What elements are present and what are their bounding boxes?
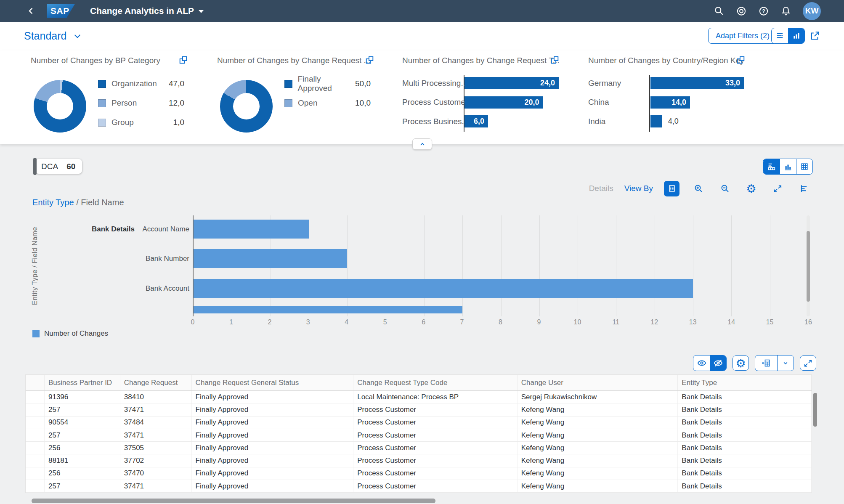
kpi-charts-toggle[interactable] [788, 28, 804, 43]
kpi-bar-row[interactable]: China14,0 [588, 96, 765, 109]
chart-bar[interactable] [194, 279, 693, 298]
table-fullscreen-button[interactable] [800, 355, 816, 371]
kpi-bar[interactable]: 20,0 [464, 96, 543, 109]
table-scrollbar-thumb[interactable] [813, 393, 817, 427]
table-row[interactable]: 25737471Finally ApprovedProcess Customer… [26, 480, 812, 493]
view-by-button[interactable]: View By [624, 184, 653, 193]
kpi-bar-row[interactable]: Process Customer20,0 [402, 96, 579, 109]
column-header[interactable] [26, 375, 45, 390]
kpi-card-cr-status[interactable]: Number of Changes by Change Request ... … [217, 50, 398, 144]
zoom-in-button[interactable] [690, 181, 706, 196]
legend-value: 47,0 [169, 79, 184, 88]
row-select-cell[interactable] [26, 416, 45, 429]
column-header[interactable]: Business Partner ID [45, 375, 120, 390]
kpi-card-cr-type[interactable]: Number of Changes by Change Request T...… [402, 50, 579, 144]
legend-icon [667, 184, 677, 193]
chart-scrollbar-thumb[interactable] [807, 231, 810, 302]
donut-chart-cr-status[interactable] [220, 80, 273, 133]
column-header[interactable]: Change Request Type Code [353, 375, 518, 390]
kpi-bar-row[interactable]: Process Busines...6,0 [402, 115, 579, 127]
variant-selector[interactable]: Standard [24, 30, 82, 42]
table-settings-button[interactable]: ⚙ [733, 355, 749, 371]
export-spreadsheet-button[interactable] [755, 355, 777, 371]
chevron-down-icon [73, 32, 82, 41]
column-header[interactable]: Change User [518, 375, 678, 390]
column-header[interactable]: Change Request General Status [192, 375, 354, 390]
table-row[interactable]: 25637505Finally ApprovedProcess Customer… [26, 442, 812, 454]
notifications-button[interactable] [780, 5, 791, 16]
chart-bar[interactable] [194, 249, 347, 268]
kpi-card-bp-category[interactable]: Number of Changes by BP Category Organiz… [31, 50, 212, 144]
dca-filter-chip[interactable]: DCA 60 [35, 159, 82, 174]
horizontal-scrollbar-thumb[interactable] [32, 499, 435, 503]
kpi-bar[interactable] [650, 115, 662, 127]
table-row[interactable]: 8818137702Finally ApprovedProcess Custom… [26, 454, 812, 467]
row-select-cell[interactable] [26, 391, 45, 403]
table-row[interactable]: 9055437484Finally ApprovedProcess Custom… [26, 416, 812, 429]
kpi-bar-value: 24,0 [540, 79, 559, 88]
row-select-cell[interactable] [26, 403, 45, 416]
share-button[interactable] [809, 30, 820, 41]
user-avatar[interactable]: KW [803, 2, 821, 20]
table-row[interactable]: 25737471Finally ApprovedProcess Customer… [26, 403, 812, 416]
row-select-cell[interactable] [26, 442, 45, 454]
table-cell: Bank Details [678, 416, 812, 429]
search-button[interactable] [714, 5, 725, 16]
kpi-bar[interactable]: 6,0 [464, 115, 488, 127]
view-chart-button[interactable] [780, 159, 796, 174]
table-row[interactable]: 25737471Finally ApprovedProcess Customer… [26, 429, 812, 442]
kpi-legend-item[interactable]: Finally Approved50,0 [284, 77, 371, 90]
gridline [616, 215, 616, 316]
table-cell: Process Customer [353, 480, 518, 492]
table-cell: 257 [45, 429, 120, 441]
copilot-button[interactable] [736, 5, 747, 16]
kpi-bar-row[interactable]: India4,0 [588, 115, 765, 127]
breadcrumb-entity-type-link[interactable]: Entity Type [32, 198, 74, 207]
kpi-bar[interactable]: 24,0 [464, 77, 559, 89]
column-header[interactable]: Entity Type [678, 375, 812, 390]
main-bar-chart[interactable] [193, 215, 808, 316]
row-select-cell[interactable] [26, 429, 45, 441]
export-menu-button[interactable] [777, 355, 794, 371]
row-select-cell[interactable] [26, 467, 45, 480]
app-title-menu[interactable]: Change Analytics in ALP [90, 6, 204, 16]
column-header[interactable]: Change Request [120, 375, 192, 390]
hide-details-button[interactable] [710, 355, 726, 371]
popout-icon[interactable] [364, 55, 375, 65]
kpi-legend-item[interactable]: Organization47,0 [98, 77, 184, 90]
gridline [386, 215, 386, 316]
view-table-button[interactable] [796, 159, 812, 174]
chart-bar-partial[interactable] [194, 306, 462, 313]
kpi-bar-row[interactable]: Germany33,0 [588, 77, 765, 89]
kpi-bar-row[interactable]: Multi Processing...24,0 [402, 77, 579, 89]
chart-settings-button[interactable]: ⚙ [743, 181, 759, 196]
kpi-card-country[interactable]: Number of Changes by Country/Region Key … [588, 50, 765, 144]
row-select-cell[interactable] [26, 454, 45, 467]
chart-fullscreen-button[interactable] [770, 181, 786, 196]
chart-type-button[interactable] [796, 181, 812, 196]
kpi-legend-item[interactable]: Person12,0 [98, 97, 184, 109]
kpi-legend-item[interactable]: Open10,0 [284, 97, 371, 109]
adapt-filters-button[interactable]: Adapt Filters (2) [708, 28, 777, 44]
kpi-legend-item[interactable]: Group1,0 [98, 116, 184, 129]
kpi-bar[interactable]: 14,0 [650, 96, 690, 109]
legend-toggle-button[interactable] [664, 181, 679, 196]
filterbar-fields-toggle[interactable] [772, 28, 788, 43]
show-details-button[interactable] [693, 355, 710, 371]
donut-chart-bp-category[interactable] [34, 80, 86, 133]
chart-bar[interactable] [194, 220, 309, 239]
table-row[interactable]: 9139638410Finally ApprovedLocal Maintena… [26, 391, 812, 403]
back-button[interactable] [26, 6, 36, 16]
legend-color-swatch [284, 99, 292, 107]
zoom-out-button[interactable] [717, 181, 733, 196]
kpi-card-row: Number of Changes by BP Category Organiz… [0, 50, 844, 144]
help-button[interactable]: ? [758, 5, 769, 16]
view-hybrid-button[interactable] [763, 159, 780, 174]
collapse-header-button[interactable] [412, 138, 432, 150]
row-select-cell[interactable] [26, 480, 45, 492]
kpi-bar[interactable]: 33,0 [650, 77, 744, 89]
kpi-title: Number of Changes by BP Category [31, 56, 160, 65]
kpi-legend: Organization47,0Person12,0Group1,0 [98, 77, 184, 135]
table-row[interactable]: 25637470Finally ApprovedProcess Customer… [26, 467, 812, 480]
popout-icon[interactable] [178, 55, 188, 65]
